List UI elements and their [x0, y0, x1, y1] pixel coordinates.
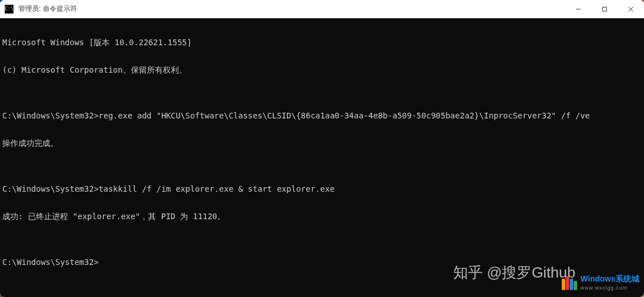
close-button[interactable] [618, 0, 644, 18]
watermark-text: Windows系统城 www.wxclgg.com [581, 274, 639, 292]
minimize-button[interactable] [565, 0, 591, 18]
site-logo-icon [562, 276, 577, 290]
watermark-zhihu: 知乎 @搜罗Github [453, 268, 575, 277]
site-url: www.wxclgg.com [581, 283, 639, 292]
svg-rect-1 [603, 7, 607, 11]
terminal-line: C:\Windows\System32>reg.exe add "HKCU\So… [2, 111, 642, 120]
terminal-line: 成功: 已终止进程 "explorer.exe"，其 PID 为 11120。 [2, 212, 642, 221]
site-name: Windows系统城 [581, 274, 639, 283]
maximize-button[interactable] [591, 0, 618, 18]
window-title: 管理员: 命令提示符 [18, 4, 565, 14]
terminal-output[interactable]: Microsoft Windows [版本 10.0.22621.1555] (… [0, 18, 644, 297]
terminal-line: Microsoft Windows [版本 10.0.22621.1555] [2, 38, 642, 47]
cmd-window: C:\ 管理员: 命令提示符 Microsoft Windows [版本 10.… [0, 0, 644, 297]
cmd-icon: C:\ [5, 5, 14, 14]
watermark-site: Windows系统城 www.wxclgg.com [562, 274, 639, 292]
terminal-line: 操作成功完成。 [2, 138, 642, 148]
window-controls [565, 0, 644, 18]
terminal-line: C:\Windows\System32>taskkill /f /im expl… [2, 184, 642, 193]
terminal-line: (c) Microsoft Corporation。保留所有权利。 [2, 65, 642, 74]
titlebar[interactable]: C:\ 管理员: 命令提示符 [0, 0, 644, 18]
